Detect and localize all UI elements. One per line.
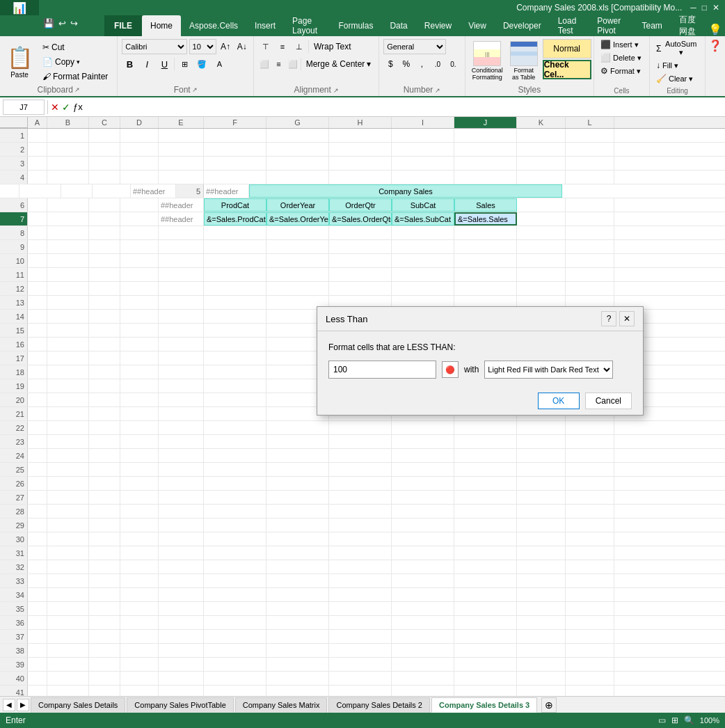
cell-H8[interactable] <box>329 226 392 239</box>
row-number[interactable]: 19 <box>0 379 28 393</box>
cell-B24[interactable] <box>47 449 89 462</box>
cell-K9[interactable] <box>517 240 566 253</box>
cell-E41[interactable] <box>159 686 204 696</box>
cell-E11[interactable] <box>159 268 204 281</box>
cell-E24[interactable] <box>159 449 204 462</box>
cell-D15[interactable] <box>120 324 159 337</box>
cell-K36[interactable] <box>517 616 566 629</box>
cell-D4[interactable] <box>120 171 159 184</box>
cell-F15[interactable] <box>204 324 266 337</box>
cell-G33[interactable] <box>266 574 329 587</box>
cell-C41[interactable] <box>89 686 120 696</box>
help-button[interactable]: ❓ <box>708 39 722 52</box>
sheet-tab-details3[interactable]: Company Sales Details 3 <box>431 697 537 713</box>
col-header-g[interactable]: G <box>266 117 329 128</box>
cell-J36[interactable] <box>454 616 517 629</box>
cell-L7[interactable] <box>566 212 614 225</box>
cell-A7[interactable] <box>28 212 47 225</box>
cell-B7[interactable] <box>47 212 89 225</box>
cell-I26[interactable] <box>392 477 454 490</box>
align-left-button[interactable]: ⬜ <box>258 56 271 72</box>
cell-H37[interactable] <box>329 630 392 643</box>
row-number[interactable]: 4 <box>0 171 28 184</box>
cell-B36[interactable] <box>47 616 89 629</box>
cell-H34[interactable] <box>329 588 392 601</box>
align-middle-button[interactable]: ≡ <box>275 39 290 54</box>
row-number[interactable]: 36 <box>0 616 28 629</box>
font-size-select[interactable]: 10 <box>189 39 216 54</box>
cell-I31[interactable] <box>392 546 454 560</box>
cell-H24[interactable] <box>329 449 392 462</box>
cell-H2[interactable] <box>329 143 392 156</box>
cell-E5[interactable]: ##header <box>131 184 176 198</box>
cell-H33[interactable] <box>329 574 392 587</box>
cell-C19[interactable] <box>89 379 120 393</box>
cell-G12[interactable] <box>266 282 329 295</box>
cell-B28[interactable] <box>47 505 89 518</box>
cell-C33[interactable] <box>89 574 120 587</box>
cell-B31[interactable] <box>47 546 89 560</box>
cell-L24[interactable] <box>566 449 614 462</box>
cell-B21[interactable] <box>47 407 89 420</box>
tab-home[interactable]: Home <box>142 15 181 36</box>
cell-B14[interactable] <box>47 310 89 323</box>
align-top-button[interactable]: ⊤ <box>258 39 273 54</box>
tab-load-test[interactable]: Load Test <box>550 15 589 36</box>
row-number[interactable]: 15 <box>0 324 28 337</box>
decrease-decimal-button[interactable]: .0 <box>431 56 445 72</box>
cell-B13[interactable] <box>47 296 89 309</box>
cell-J34[interactable] <box>454 588 517 601</box>
cell-C3[interactable] <box>89 157 120 170</box>
cell-C26[interactable] <box>89 477 120 490</box>
cell-I3[interactable] <box>392 157 454 170</box>
cell-H41[interactable] <box>329 686 392 696</box>
cell-C24[interactable] <box>89 449 120 462</box>
cell-A11[interactable] <box>28 268 47 281</box>
cell-K2[interactable] <box>517 143 566 156</box>
cell-F16[interactable] <box>204 338 266 351</box>
cell-J8[interactable] <box>454 226 517 239</box>
cell-F40[interactable] <box>204 672 266 685</box>
cell-C20[interactable] <box>89 393 120 406</box>
cell-L40[interactable] <box>566 672 614 685</box>
check-cell-style-button[interactable]: Check Cel... <box>543 60 591 79</box>
cell-C15[interactable] <box>89 324 120 337</box>
cell-K12[interactable] <box>517 282 566 295</box>
cell-J10[interactable] <box>454 254 517 267</box>
cell-G25[interactable] <box>266 463 329 476</box>
cell-E27[interactable] <box>159 491 204 504</box>
cell-D36[interactable] <box>120 616 159 629</box>
sheet-tab-matrix[interactable]: Company Sales Matrix <box>235 697 328 713</box>
cell-L32[interactable] <box>566 560 614 573</box>
cell-E10[interactable] <box>159 254 204 267</box>
cell-A35[interactable] <box>28 602 47 615</box>
row-number[interactable]: 38 <box>0 644 28 657</box>
cell-D28[interactable] <box>120 505 159 518</box>
cell-A33[interactable] <box>28 574 47 587</box>
cell-G4[interactable] <box>266 171 329 184</box>
increase-decimal-button[interactable]: 0. <box>446 56 461 72</box>
cell-H38[interactable] <box>329 644 392 657</box>
cell-L31[interactable] <box>566 546 614 560</box>
cell-E18[interactable] <box>159 365 204 379</box>
cell-C31[interactable] <box>89 546 120 560</box>
cell-B3[interactable] <box>47 157 89 170</box>
cell-A20[interactable] <box>28 393 47 406</box>
tab-review[interactable]: Review <box>416 15 460 36</box>
cell-G34[interactable] <box>266 588 329 601</box>
cell-C37[interactable] <box>89 630 120 643</box>
tab-power-pivot[interactable]: Power Pivot <box>589 15 633 36</box>
cell-A9[interactable] <box>28 240 47 253</box>
row-number[interactable]: 12 <box>0 282 28 295</box>
row-number[interactable]: 25 <box>0 463 28 476</box>
cell-E34[interactable] <box>159 588 204 601</box>
cell-H4[interactable] <box>329 171 392 184</box>
cell-J6[interactable]: Sales <box>454 198 517 212</box>
cell-D20[interactable] <box>120 393 159 406</box>
cell-K6[interactable] <box>517 198 566 212</box>
cell-B25[interactable] <box>47 463 89 476</box>
cell-B2[interactable] <box>47 143 89 156</box>
cell-K28[interactable] <box>517 505 566 518</box>
cell-J37[interactable] <box>454 630 517 643</box>
cell-C8[interactable] <box>89 226 120 239</box>
